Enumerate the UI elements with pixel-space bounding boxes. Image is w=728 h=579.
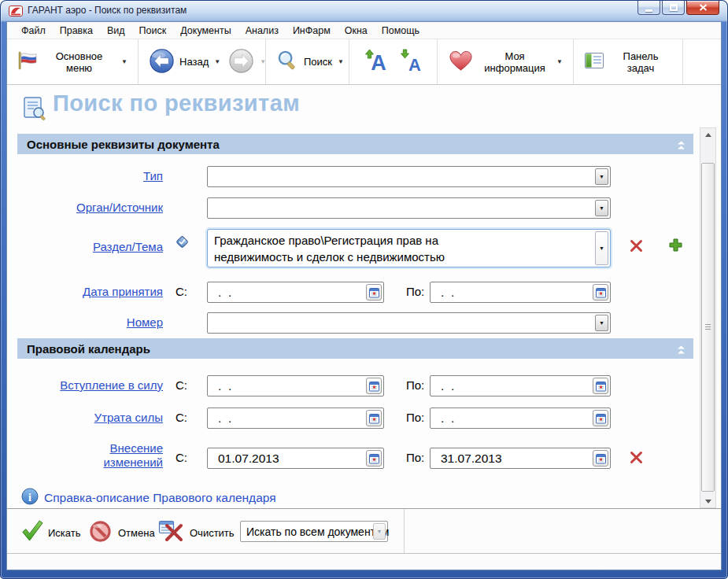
- accept-date-to-field: [430, 282, 611, 303]
- increase-font-button[interactable]: A: [359, 45, 392, 79]
- close-icon: [699, 4, 708, 11]
- in-force-from-input[interactable]: [208, 376, 383, 396]
- clear-label[interactable]: Очистить: [190, 527, 235, 539]
- accept-date-from-input[interactable]: [208, 282, 383, 302]
- collapse-section-icon[interactable]: [677, 139, 686, 153]
- vertical-scrollbar[interactable]: [700, 127, 716, 508]
- remove-x-icon: [629, 450, 644, 465]
- legal-calendar-help-link[interactable]: Справка-описание Правового календаря: [44, 491, 276, 505]
- search-scope-combobox[interactable]: Искать по всем документам ▼: [240, 521, 388, 542]
- caret-down-icon: ▼: [599, 174, 604, 179]
- remove-x-icon: [629, 238, 644, 253]
- caret-down-icon: ▼: [121, 59, 127, 65]
- amendments-from-input[interactable]: [208, 448, 383, 468]
- menu-help[interactable]: Помощь: [375, 23, 427, 39]
- add-topic-button[interactable]: [668, 238, 683, 253]
- field-label-in-force[interactable]: Вступление в силу: [17, 378, 163, 393]
- main-menu-button[interactable]: Основное меню ▼: [13, 47, 131, 77]
- expiry-from-input[interactable]: [208, 408, 383, 428]
- status-strip: [7, 555, 721, 570]
- calendar-button[interactable]: [593, 410, 608, 426]
- amendments-from-field: [207, 448, 384, 469]
- task-panel-button[interactable]: Панель задач: [580, 47, 676, 77]
- menu-analysis[interactable]: Анализ: [238, 23, 286, 39]
- field-label-expiry[interactable]: Утрата силы: [17, 411, 163, 425]
- to-prefix: По:: [406, 411, 424, 424]
- from-prefix: С:: [176, 378, 187, 392]
- back-button[interactable]: Назад ▼: [145, 45, 224, 79]
- toolbar-group-navigation: Назад ▼ ▼: [139, 39, 266, 84]
- topic-combobox-value: Гражданское право\Регистрация прав на не…: [214, 232, 505, 266]
- dropdown-button[interactable]: ▼: [373, 523, 386, 540]
- search-submit-button[interactable]: [20, 518, 44, 545]
- field-label-source[interactable]: Орган/Источник: [17, 201, 163, 215]
- my-info-button[interactable]: Моя информация ▼: [444, 46, 567, 78]
- cancel-label[interactable]: Отмена: [118, 527, 155, 539]
- collapse-section-icon[interactable]: [677, 344, 686, 357]
- calendar-button[interactable]: [593, 378, 608, 394]
- expiry-to-input[interactable]: [431, 408, 610, 428]
- accept-date-to-input[interactable]: [431, 282, 610, 302]
- toolbar-group-my-info: Моя информация ▼: [438, 39, 574, 84]
- amendments-to-input[interactable]: [431, 448, 610, 468]
- scroll-up-icon: [705, 133, 711, 137]
- calendar-button[interactable]: [593, 450, 608, 467]
- clear-button[interactable]: [158, 519, 184, 544]
- menu-windows[interactable]: Окна: [338, 23, 375, 39]
- source-combobox[interactable]: ▼: [207, 197, 611, 219]
- dropdown-button[interactable]: ▼: [595, 315, 608, 331]
- maximize-button[interactable]: [662, 1, 685, 15]
- minimize-icon: [645, 9, 652, 12]
- calendar-button[interactable]: [366, 378, 382, 394]
- svg-text:i: i: [28, 492, 31, 503]
- menu-inpharm[interactable]: ИнФарм: [286, 23, 338, 39]
- calendar-button[interactable]: [366, 410, 382, 426]
- maximize-icon: [670, 4, 678, 11]
- field-label-accept-date[interactable]: Дата принятия: [17, 285, 163, 299]
- field-label-amendments[interactable]: Внесение изменений: [84, 441, 163, 470]
- dropdown-button[interactable]: ▼: [595, 168, 608, 185]
- calendar-button[interactable]: [593, 284, 608, 301]
- remove-topic-button[interactable]: [629, 238, 644, 253]
- section-header-legal-calendar[interactable]: Правовой календарь: [17, 338, 693, 359]
- dropdown-button[interactable]: ▼: [595, 231, 608, 265]
- minimize-button[interactable]: [637, 1, 660, 15]
- to-prefix: По:: [406, 451, 424, 464]
- search-icon: [276, 50, 299, 75]
- remove-amendments-dates-button[interactable]: [629, 450, 644, 465]
- type-combobox[interactable]: ▼: [207, 166, 611, 187]
- caret-down-icon: ▼: [377, 529, 382, 534]
- dropdown-button[interactable]: ▼: [595, 200, 608, 216]
- section-header-main-requisites[interactable]: Основные реквизиты документа: [17, 134, 693, 154]
- cancel-button[interactable]: [89, 520, 112, 545]
- in-force-to-input[interactable]: [431, 376, 610, 396]
- calendar-icon: [596, 453, 606, 464]
- scrollbar-grip-icon: [705, 324, 711, 330]
- menu-search[interactable]: Поиск: [132, 23, 174, 39]
- field-label-type[interactable]: Тип: [17, 169, 163, 183]
- search-button[interactable]: Поиск ▼: [272, 46, 348, 78]
- scroll-down-button[interactable]: [700, 495, 715, 507]
- title-bar[interactable]: ГАРАНТ аэро - Поиск по реквизитам: [0, 0, 728, 21]
- number-combobox[interactable]: ▼: [207, 312, 611, 334]
- menu-file[interactable]: Файл: [14, 23, 53, 39]
- menu-edit[interactable]: Правка: [53, 23, 100, 39]
- scrollbar-thumb[interactable]: [701, 163, 715, 492]
- decrease-font-button[interactable]: A: [394, 45, 427, 79]
- font-increase-icon: A: [363, 48, 388, 76]
- close-button[interactable]: [686, 1, 719, 15]
- field-label-number[interactable]: Номер: [17, 315, 163, 330]
- toolbar-spacer: [683, 39, 721, 84]
- toolbar-group-main-menu: Основное меню ▼: [7, 39, 139, 84]
- calendar-button[interactable]: [366, 284, 382, 301]
- scroll-up-button[interactable]: [700, 128, 715, 141]
- field-label-topic[interactable]: Раздел/Тема: [17, 240, 163, 254]
- topic-combobox[interactable]: Гражданское право\Регистрация прав на не…: [207, 229, 611, 267]
- menu-documents[interactable]: Документы: [173, 23, 238, 39]
- info-icon[interactable]: i: [21, 488, 39, 508]
- search-submit-label[interactable]: Искать: [48, 527, 81, 539]
- menu-view[interactable]: Вид: [100, 23, 132, 39]
- forward-button[interactable]: ▼: [224, 45, 270, 79]
- calendar-button[interactable]: [366, 450, 382, 467]
- from-prefix: С:: [176, 285, 187, 298]
